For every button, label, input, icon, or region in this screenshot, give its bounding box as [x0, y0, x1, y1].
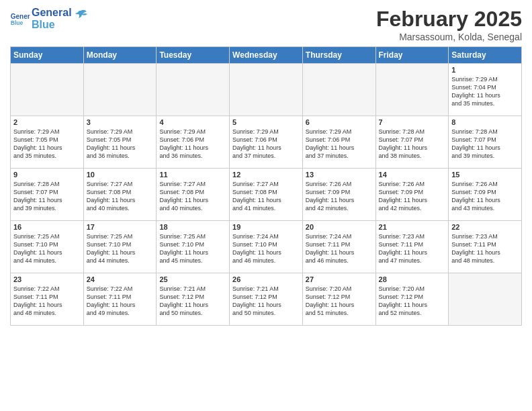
day-number: 7 — [379, 118, 446, 126]
day-number: 10 — [87, 171, 154, 179]
day-number: 13 — [306, 171, 373, 179]
day-number: 11 — [159, 171, 226, 179]
day-cell: 22Sunrise: 7:23 AM Sunset: 7:11 PM Dayli… — [449, 221, 522, 273]
col-tuesday: Tuesday — [157, 47, 230, 64]
day-number: 17 — [87, 223, 154, 231]
day-cell — [83, 64, 157, 116]
day-cell: 15Sunrise: 7:26 AM Sunset: 7:09 PM Dayli… — [449, 169, 522, 221]
header: General Blue General Blue February 2025 … — [10, 7, 522, 42]
day-cell: 9Sunrise: 7:28 AM Sunset: 7:07 PM Daylig… — [11, 169, 84, 221]
day-info: Sunrise: 7:26 AM Sunset: 7:09 PM Dayligh… — [379, 180, 446, 213]
day-cell: 18Sunrise: 7:25 AM Sunset: 7:10 PM Dayli… — [157, 221, 230, 273]
location-subtitle: Marsassoum, Kolda, Senegal — [376, 32, 522, 42]
day-number: 4 — [159, 118, 226, 126]
day-info: Sunrise: 7:21 AM Sunset: 7:12 PM Dayligh… — [232, 285, 300, 318]
day-cell: 27Sunrise: 7:20 AM Sunset: 7:12 PM Dayli… — [302, 273, 375, 326]
day-cell: 17Sunrise: 7:25 AM Sunset: 7:10 PM Dayli… — [83, 221, 157, 273]
day-info: Sunrise: 7:28 AM Sunset: 7:07 PM Dayligh… — [13, 180, 81, 213]
day-cell — [157, 64, 230, 116]
day-cell — [230, 64, 303, 116]
day-number: 5 — [232, 118, 300, 126]
logo-text-blue: Blue — [32, 19, 72, 31]
day-info: Sunrise: 7:24 AM Sunset: 7:11 PM Dayligh… — [306, 232, 373, 265]
day-info: Sunrise: 7:28 AM Sunset: 7:07 PM Dayligh… — [451, 128, 519, 161]
week-row-2: 9Sunrise: 7:28 AM Sunset: 7:07 PM Daylig… — [11, 169, 522, 221]
week-row-4: 23Sunrise: 7:22 AM Sunset: 7:11 PM Dayli… — [11, 273, 522, 326]
day-info: Sunrise: 7:24 AM Sunset: 7:10 PM Dayligh… — [232, 232, 300, 265]
day-cell — [302, 64, 375, 116]
day-info: Sunrise: 7:25 AM Sunset: 7:10 PM Dayligh… — [13, 232, 81, 265]
day-number: 27 — [306, 275, 373, 283]
day-info: Sunrise: 7:27 AM Sunset: 7:08 PM Dayligh… — [87, 180, 154, 213]
day-number: 21 — [379, 223, 446, 231]
day-cell: 7Sunrise: 7:28 AM Sunset: 7:07 PM Daylig… — [375, 116, 449, 169]
day-info: Sunrise: 7:22 AM Sunset: 7:11 PM Dayligh… — [13, 285, 81, 318]
day-number: 19 — [232, 223, 300, 231]
col-saturday: Saturday — [449, 47, 522, 64]
day-info: Sunrise: 7:25 AM Sunset: 7:10 PM Dayligh… — [87, 232, 154, 265]
day-number: 26 — [232, 275, 300, 283]
day-cell: 19Sunrise: 7:24 AM Sunset: 7:10 PM Dayli… — [230, 221, 303, 273]
day-info: Sunrise: 7:27 AM Sunset: 7:08 PM Dayligh… — [159, 180, 226, 213]
day-number: 24 — [87, 275, 154, 283]
day-number: 14 — [379, 171, 446, 179]
title-block: February 2025 Marsassoum, Kolda, Senegal — [376, 7, 522, 42]
day-cell — [449, 273, 522, 326]
day-info: Sunrise: 7:26 AM Sunset: 7:09 PM Dayligh… — [306, 180, 373, 213]
day-number: 12 — [232, 171, 300, 179]
day-cell — [11, 64, 84, 116]
logo-bird-icon — [73, 8, 88, 23]
logo-text-general: General — [32, 7, 72, 19]
col-monday: Monday — [83, 47, 157, 64]
day-info: Sunrise: 7:27 AM Sunset: 7:08 PM Dayligh… — [232, 180, 300, 213]
day-cell: 16Sunrise: 7:25 AM Sunset: 7:10 PM Dayli… — [11, 221, 84, 273]
day-number: 22 — [451, 223, 519, 231]
day-number: 2 — [13, 118, 81, 126]
day-number: 28 — [379, 275, 446, 283]
day-info: Sunrise: 7:22 AM Sunset: 7:11 PM Dayligh… — [87, 285, 154, 318]
day-number: 16 — [13, 223, 81, 231]
day-info: Sunrise: 7:21 AM Sunset: 7:12 PM Dayligh… — [159, 285, 226, 318]
day-number: 15 — [451, 171, 519, 179]
day-cell: 12Sunrise: 7:27 AM Sunset: 7:08 PM Dayli… — [230, 169, 303, 221]
col-friday: Friday — [375, 47, 449, 64]
day-info: Sunrise: 7:20 AM Sunset: 7:12 PM Dayligh… — [379, 285, 446, 318]
day-cell: 21Sunrise: 7:23 AM Sunset: 7:11 PM Dayli… — [375, 221, 449, 273]
week-row-0: 1Sunrise: 7:29 AM Sunset: 7:04 PM Daylig… — [11, 64, 522, 116]
col-sunday: Sunday — [11, 47, 84, 64]
day-cell: 25Sunrise: 7:21 AM Sunset: 7:12 PM Dayli… — [157, 273, 230, 326]
day-info: Sunrise: 7:29 AM Sunset: 7:05 PM Dayligh… — [87, 128, 154, 161]
day-cell: 13Sunrise: 7:26 AM Sunset: 7:09 PM Dayli… — [302, 169, 375, 221]
day-number: 20 — [306, 223, 373, 231]
day-cell: 10Sunrise: 7:27 AM Sunset: 7:08 PM Dayli… — [83, 169, 157, 221]
day-cell: 5Sunrise: 7:29 AM Sunset: 7:06 PM Daylig… — [230, 116, 303, 169]
day-cell: 28Sunrise: 7:20 AM Sunset: 7:12 PM Dayli… — [375, 273, 449, 326]
page-container: General Blue General Blue February 2025 … — [0, 0, 532, 332]
week-row-3: 16Sunrise: 7:25 AM Sunset: 7:10 PM Dayli… — [11, 221, 522, 273]
day-cell: 4Sunrise: 7:29 AM Sunset: 7:06 PM Daylig… — [157, 116, 230, 169]
day-cell: 3Sunrise: 7:29 AM Sunset: 7:05 PM Daylig… — [83, 116, 157, 169]
day-number: 25 — [159, 275, 226, 283]
day-info: Sunrise: 7:29 AM Sunset: 7:06 PM Dayligh… — [159, 128, 226, 161]
day-info: Sunrise: 7:26 AM Sunset: 7:09 PM Dayligh… — [451, 180, 519, 213]
day-cell: 26Sunrise: 7:21 AM Sunset: 7:12 PM Dayli… — [230, 273, 303, 326]
logo-icon: General Blue — [10, 12, 30, 26]
day-cell: 1Sunrise: 7:29 AM Sunset: 7:04 PM Daylig… — [449, 64, 522, 116]
calendar-header-row: Sunday Monday Tuesday Wednesday Thursday… — [11, 47, 522, 64]
day-number: 3 — [87, 118, 154, 126]
day-number: 6 — [306, 118, 373, 126]
day-cell: 8Sunrise: 7:28 AM Sunset: 7:07 PM Daylig… — [449, 116, 522, 169]
day-number: 9 — [13, 171, 81, 179]
col-wednesday: Wednesday — [230, 47, 303, 64]
day-info: Sunrise: 7:29 AM Sunset: 7:06 PM Dayligh… — [306, 128, 373, 161]
calendar-table: Sunday Monday Tuesday Wednesday Thursday… — [10, 46, 522, 326]
day-info: Sunrise: 7:29 AM Sunset: 7:05 PM Dayligh… — [13, 128, 81, 161]
svg-text:Blue: Blue — [11, 19, 24, 25]
day-cell: 20Sunrise: 7:24 AM Sunset: 7:11 PM Dayli… — [302, 221, 375, 273]
col-thursday: Thursday — [302, 47, 375, 64]
day-number: 1 — [451, 66, 519, 74]
day-info: Sunrise: 7:29 AM Sunset: 7:06 PM Dayligh… — [232, 128, 300, 161]
month-title: February 2025 — [376, 7, 522, 32]
day-cell: 2Sunrise: 7:29 AM Sunset: 7:05 PM Daylig… — [11, 116, 84, 169]
day-cell: 24Sunrise: 7:22 AM Sunset: 7:11 PM Dayli… — [83, 273, 157, 326]
